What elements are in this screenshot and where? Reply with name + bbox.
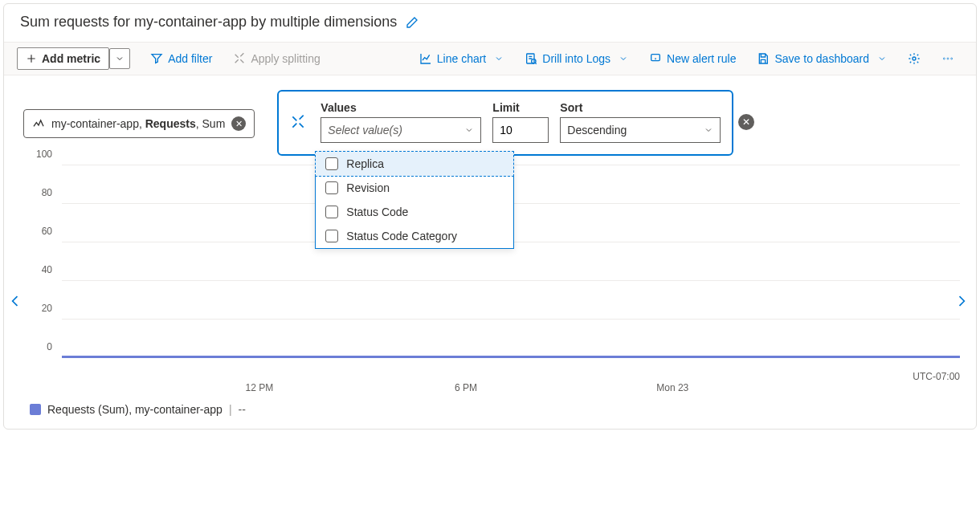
metric-icon [32, 117, 45, 130]
splitting-panel: Values Select value(s) Limit Sort Descen… [277, 90, 733, 156]
save-dashboard-button[interactable]: Save to dashboard [748, 47, 896, 70]
y-axis: 0 20 40 60 80 100 [20, 165, 59, 358]
svg-rect-2 [651, 55, 660, 61]
sort-select[interactable]: Descending [560, 117, 721, 143]
drill-logs-button[interactable]: Drill into Logs [516, 47, 637, 70]
edit-title-icon[interactable] [405, 15, 419, 30]
metrics-card: Sum requests for my-container-app by mul… [3, 3, 977, 430]
line-chart-button[interactable]: Line chart [410, 47, 512, 70]
chart-legend: Requests (Sum), my-container-app | -- [17, 403, 963, 416]
legend-swatch [30, 404, 41, 415]
toolbar: Add metric Add filter Apply splitting Li… [4, 42, 976, 75]
page-title: Sum requests for my-container-app by mul… [20, 14, 397, 31]
more-button[interactable] [933, 47, 963, 70]
split-icon [290, 114, 309, 130]
values-dropdown: Replica Revision Status Code Status Code… [315, 151, 514, 249]
new-alert-button[interactable]: New alert rule [640, 47, 745, 70]
legend-value: -- [239, 403, 246, 416]
checkbox[interactable] [325, 206, 338, 218]
timezone-label: UTC-07:00 [913, 371, 960, 382]
chevron-down-icon [704, 125, 713, 135]
close-icon[interactable]: ✕ [231, 116, 246, 131]
legend-label: Requests (Sum), my-container-app [47, 403, 223, 416]
add-metric-dropdown[interactable] [109, 48, 130, 69]
checkbox[interactable] [325, 181, 338, 194]
add-filter-button[interactable]: Add filter [141, 47, 221, 70]
values-field: Values Select value(s) [321, 101, 481, 143]
metric-chip[interactable]: my-container-app, Requests, Sum ✕ [23, 109, 255, 138]
dropdown-item-replica[interactable]: Replica [315, 151, 514, 177]
dropdown-item-revision[interactable]: Revision [316, 176, 513, 200]
chip-text: my-container-app, Requests, Sum [51, 117, 225, 130]
values-select[interactable]: Select value(s) [321, 117, 481, 143]
checkbox[interactable] [325, 230, 338, 242]
dropdown-item-status-code-category[interactable]: Status Code Category [316, 224, 513, 248]
dropdown-item-status-code[interactable]: Status Code [316, 200, 513, 224]
svg-point-6 [951, 58, 953, 59]
prev-arrow[interactable] [7, 293, 27, 312]
svg-point-3 [913, 57, 916, 60]
metric-config-row: my-container-app, Requests, Sum ✕ Values… [17, 90, 963, 156]
add-metric-button[interactable]: Add metric [17, 47, 109, 70]
chevron-down-icon [464, 125, 474, 135]
title-row: Sum requests for my-container-app by mul… [17, 14, 963, 31]
apply-splitting-button: Apply splitting [224, 47, 329, 70]
limit-field: Limit [492, 101, 549, 143]
limit-input[interactable] [492, 117, 549, 143]
next-arrow[interactable] [953, 293, 973, 312]
close-icon[interactable]: ✕ [738, 114, 754, 130]
svg-point-5 [947, 58, 949, 59]
checkbox[interactable] [325, 157, 338, 170]
data-series-line [62, 356, 960, 358]
settings-button[interactable] [899, 47, 929, 70]
sort-field: Sort Descending [560, 101, 721, 143]
svg-point-4 [943, 58, 945, 59]
